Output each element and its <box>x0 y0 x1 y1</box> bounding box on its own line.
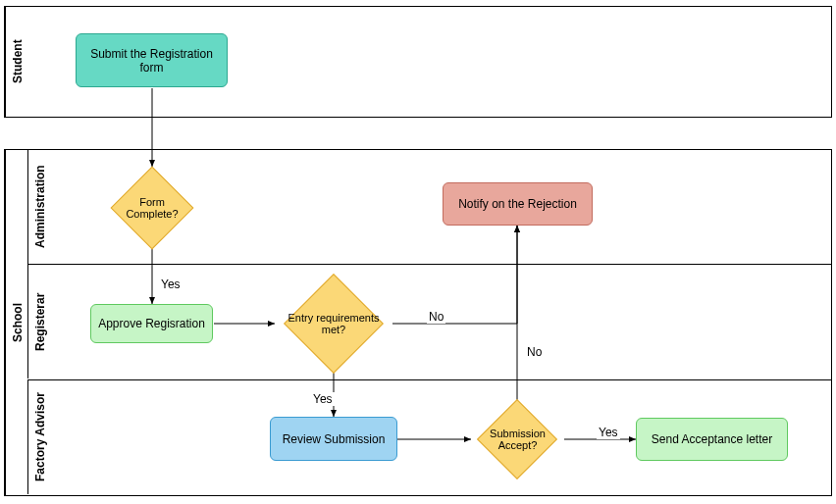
node-review-text: Review Submission <box>283 432 386 446</box>
lane-label-administration: Administration <box>27 150 51 264</box>
label-no2: No <box>525 345 544 359</box>
lane-text-registerar: Registerar <box>33 292 47 350</box>
lane-text-administration: Administration <box>33 166 47 249</box>
node-submit-text: Submit the Registration form <box>80 47 223 75</box>
node-notify-reject: Notify on the Rejection <box>443 182 593 226</box>
node-sub-accept-text: Submission Accept? <box>479 428 556 451</box>
node-submit: Submit the Registration form <box>76 33 228 87</box>
node-approve: Approve Regisration <box>90 304 213 343</box>
node-entry-req: Entry requirements met? <box>275 281 392 366</box>
node-entry-req-text: Entry requirements met? <box>283 312 385 335</box>
node-review: Review Submission <box>270 417 397 461</box>
node-form-complete: Form Complete? <box>111 167 193 249</box>
lane-label-student: Student <box>5 7 28 117</box>
lane-label-registerar: Registerar <box>27 265 51 378</box>
node-send-accept: Send Acceptance letter <box>636 418 788 461</box>
lane-text-school: School <box>11 303 25 342</box>
label-yes2: Yes <box>311 392 335 406</box>
lane-label-school: School <box>5 150 28 495</box>
label-yes1: Yes <box>159 277 183 291</box>
lane-text-student: Student <box>11 40 25 84</box>
lane-label-factory-advisor: Factory Advisor <box>27 380 51 494</box>
node-send-accept-text: Send Acceptance letter <box>652 432 772 446</box>
lane-text-factory-advisor: Factory Advisor <box>33 393 47 482</box>
node-approve-text: Approve Regisration <box>98 317 205 330</box>
label-yes3: Yes <box>597 426 620 439</box>
node-form-complete-text: Form Complete? <box>119 196 185 220</box>
node-sub-accept: Submission Accept? <box>471 402 564 477</box>
label-no1: No <box>427 310 445 324</box>
node-notify-reject-text: Notify on the Rejection <box>458 197 577 211</box>
